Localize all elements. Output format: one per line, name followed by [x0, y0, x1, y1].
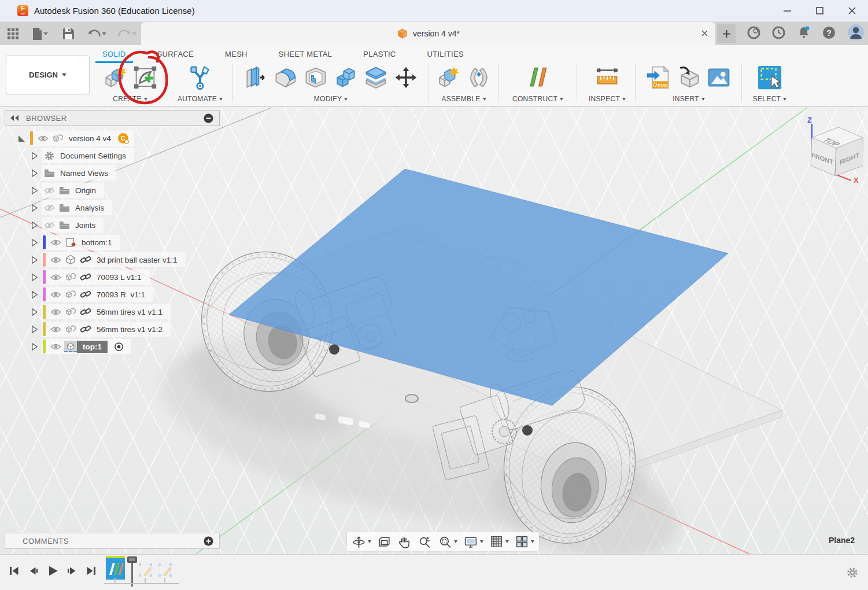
tree-item-label[interactable]: 3d print ball caster v1:1: [94, 256, 180, 264]
expander-icon[interactable]: [29, 203, 39, 212]
insert-derive-button[interactable]: [675, 64, 703, 91]
visibility-eye-icon[interactable]: [49, 237, 62, 248]
visibility-eye-icon[interactable]: [49, 306, 62, 318]
move-copy-button[interactable]: [392, 64, 420, 91]
tree-item-label[interactable]: 70093 L v1:1: [94, 273, 144, 282]
visibility-eye-icon[interactable]: [49, 341, 62, 352]
tree-item-root[interactable]: version 4 v4 C: [5, 130, 220, 147]
file-menu-caret[interactable]: [43, 32, 48, 35]
look-at-button[interactable]: [377, 534, 391, 549]
timeline-go-to-end-button[interactable]: [85, 565, 97, 577]
view-cube[interactable]: Z X TOP FRONT RIGHT: [785, 115, 863, 184]
inspect-dropdown-caret[interactable]: [622, 98, 626, 101]
construct-plane-button[interactable]: [524, 64, 552, 91]
construct-dropdown-caret[interactable]: [560, 98, 563, 101]
tree-item-top-selected[interactable]: top:1: [5, 338, 220, 355]
select-button[interactable]: [756, 64, 784, 91]
undo-caret[interactable]: [102, 32, 106, 35]
viewport-3d[interactable]: Z X TOP FRONT RIGHT BROWSER: [0, 108, 868, 554]
create-sketch-button[interactable]: [131, 64, 159, 91]
workspace-switcher-button[interactable]: DESIGN: [6, 55, 90, 94]
collapse-all-icon[interactable]: [204, 113, 213, 123]
automate-dropdown-caret[interactable]: [219, 98, 223, 101]
tab-sheet-metal[interactable]: SHEET METAL: [272, 47, 339, 63]
modify-dropdown-caret[interactable]: [344, 98, 348, 101]
timeline-feature-sketch-ghost[interactable]: [138, 562, 153, 578]
tree-item-bottom[interactable]: bottom:1: [5, 234, 220, 251]
tab-surface[interactable]: SURFACE: [150, 47, 201, 63]
visibility-eye-icon[interactable]: [36, 132, 49, 144]
close-button[interactable]: [836, 0, 868, 21]
comments-bar[interactable]: COMMENTS: [5, 533, 220, 549]
help-icon[interactable]: ?: [822, 26, 836, 42]
visibility-eye-off-icon[interactable]: [43, 202, 56, 213]
browser-header[interactable]: BROWSER: [5, 110, 220, 126]
automate-group-label[interactable]: AUTOMATE: [169, 94, 231, 104]
timeline-step-forward-button[interactable]: [66, 565, 78, 577]
joint-button[interactable]: [465, 64, 493, 91]
tree-item-70093-r[interactable]: 70093 R v1:1: [5, 286, 220, 303]
combine-button[interactable]: [332, 64, 360, 91]
inspect-group-label[interactable]: INSPECT: [578, 94, 636, 104]
tree-item-tires-2[interactable]: 56mm tires v1 v1:2: [5, 320, 220, 338]
tab-plastic[interactable]: PLASTIC: [356, 47, 402, 63]
display-settings-caret[interactable]: [480, 540, 483, 543]
shell-button[interactable]: [302, 64, 330, 91]
notifications-bell-icon[interactable]: [797, 25, 811, 42]
new-component-button[interactable]: [101, 64, 129, 91]
tree-item-70093-l[interactable]: 70093 L v1:1: [5, 268, 220, 286]
tree-item-label[interactable]: 56mm tires v1 v1:1: [94, 308, 165, 316]
activate-component-radio[interactable]: [112, 341, 125, 352]
origin-indicator[interactable]: [405, 394, 418, 403]
tree-item-tires-1[interactable]: 56mm tires v1 v1:1: [5, 303, 220, 320]
tree-item-label[interactable]: 70093 R v1:1: [94, 290, 147, 299]
user-avatar[interactable]: [847, 24, 865, 43]
assemble-group-label[interactable]: ASSEMBLE: [430, 94, 497, 104]
tree-item-document-settings[interactable]: Document Settings: [5, 147, 220, 164]
tab-mesh[interactable]: MESH: [218, 47, 254, 63]
timeline-go-to-start-button[interactable]: [8, 565, 20, 577]
tree-item-label[interactable]: bottom:1: [79, 238, 114, 247]
insert-svg-button[interactable]: SVG: [645, 64, 673, 91]
grid-settings-caret[interactable]: [505, 540, 509, 543]
create-group-label[interactable]: CREATE: [94, 94, 166, 104]
timeline-feature-sketch-ghost[interactable]: [157, 562, 173, 578]
select-dropdown-caret[interactable]: [783, 98, 786, 101]
visibility-eye-icon[interactable]: [49, 271, 62, 283]
insert-canvas-button[interactable]: [705, 64, 733, 91]
tab-close-icon[interactable]: [701, 29, 708, 39]
document-tab[interactable]: version 4 v4*: [141, 22, 715, 45]
expander-icon[interactable]: [29, 168, 39, 178]
collapse-panel-icon[interactable]: [10, 115, 19, 121]
visibility-eye-icon[interactable]: [49, 323, 62, 335]
expander-icon[interactable]: [29, 342, 39, 351]
viewports-button[interactable]: [515, 534, 534, 549]
create-dropdown-caret[interactable]: [144, 98, 147, 101]
expander-icon[interactable]: [29, 238, 39, 247]
redo-button[interactable]: [116, 26, 138, 41]
tree-item-label[interactable]: Document Settings: [58, 152, 128, 160]
job-status-clock-icon[interactable]: [772, 26, 785, 42]
tree-item-label[interactable]: Named Views: [58, 169, 110, 178]
tree-item-label[interactable]: Joints: [73, 221, 98, 230]
tree-item-label[interactable]: version 4 v4: [67, 134, 113, 143]
expander-icon[interactable]: [29, 307, 39, 316]
orbit-caret[interactable]: [368, 540, 371, 543]
tree-item-label[interactable]: 56mm tires v1 v1:2: [94, 325, 165, 334]
tree-item-named-views[interactable]: Named Views: [5, 164, 220, 182]
extensions-icon[interactable]: [747, 26, 760, 42]
insert-group-label[interactable]: INSERT: [637, 94, 741, 104]
display-settings-button[interactable]: [463, 534, 483, 549]
tree-item-label[interactable]: Analysis: [73, 204, 106, 212]
assemble-dropdown-caret[interactable]: [483, 98, 486, 101]
insert-dropdown-caret[interactable]: [701, 98, 705, 101]
assemble-new-component-button[interactable]: [435, 64, 463, 91]
add-comment-icon[interactable]: [204, 536, 213, 546]
expander-icon[interactable]: [29, 290, 39, 299]
tree-item-joints[interactable]: Joints: [5, 216, 220, 234]
fit-button[interactable]: [438, 534, 457, 549]
undo-button[interactable]: [86, 26, 108, 41]
tab-solid[interactable]: SOLID: [95, 47, 133, 63]
expander-icon[interactable]: [29, 325, 39, 334]
app-grid-button[interactable]: [6, 26, 20, 42]
